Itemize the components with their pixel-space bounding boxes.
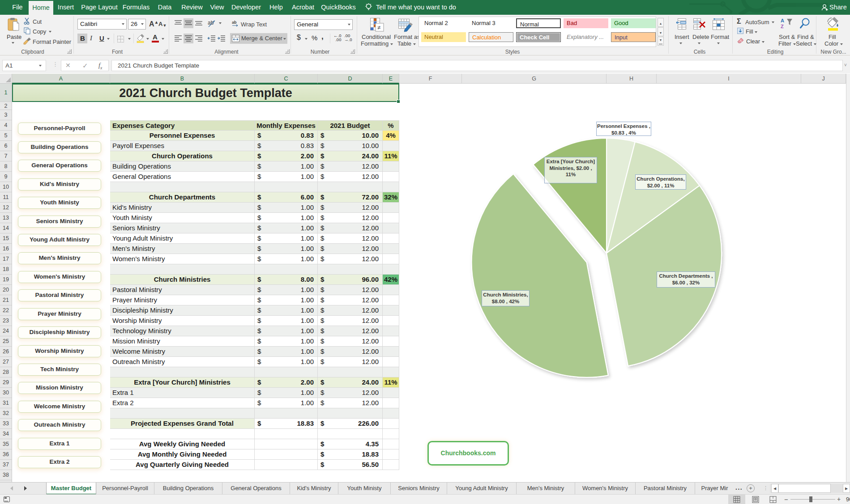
svg-text:ab: ab: [232, 20, 237, 25]
svg-text:Z: Z: [781, 24, 784, 29]
svg-text:≠: ≠: [377, 24, 380, 31]
svg-text:A: A: [781, 18, 784, 23]
